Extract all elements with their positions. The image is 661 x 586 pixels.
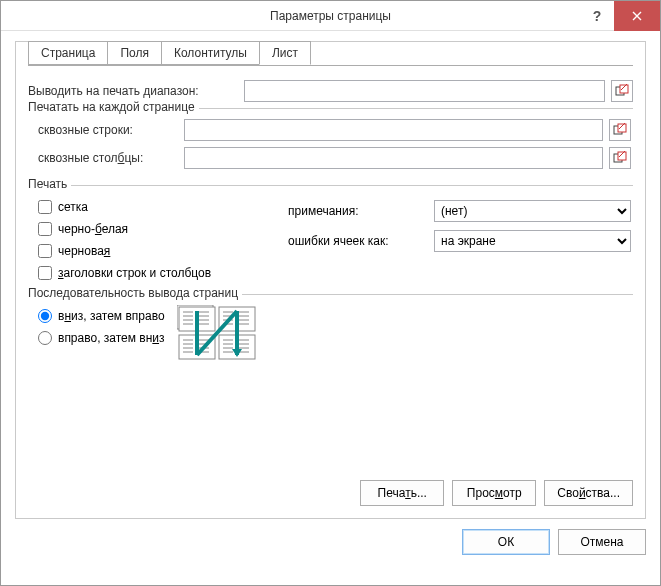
collapse-dialog-icon [613,123,627,137]
rowcol-check[interactable]: заголовки строк и столбцов [38,266,288,280]
options-button[interactable]: Свойства... [544,480,633,506]
comments-select[interactable]: (нет) [434,200,631,222]
repeat-group-legend: Печатать на каждой странице [28,100,199,114]
rowcol-checkbox[interactable] [38,266,52,280]
tab-panel-sheet: Выводить на печать диапазон: Печатать на… [28,65,633,367]
tab-headerfooter[interactable]: Колонтитулы [161,41,260,65]
rows-row: сквозные строки: [38,119,631,141]
svg-rect-1 [620,85,628,93]
gridlines-check[interactable]: сетка [38,200,288,214]
gridlines-checkbox[interactable] [38,200,52,214]
tab-margins[interactable]: Поля [107,41,162,65]
page-order-icon [177,305,259,363]
print-range-row: Выводить на печать диапазон: [28,80,633,102]
print-range-input[interactable] [244,80,605,102]
tab-sheet[interactable]: Лист [259,41,311,65]
errors-row: ошибки ячеек как: на экране [288,230,631,252]
print-group-legend: Печать [28,177,71,191]
dialog-window: Параметры страницы ? Страница Поля Колон… [0,0,661,586]
cols-collapse-button[interactable] [609,147,631,169]
inner-frame: Страница Поля Колонтитулы Лист Выводить … [15,41,646,519]
errors-label: ошибки ячеек как: [288,234,428,248]
print-group: Печать сетка черно-белая [28,185,633,288]
repeat-group: Печатать на каждой странице сквозные стр… [28,108,633,179]
order-group: Последовательность вывода страниц вниз, … [28,294,633,367]
preview-button[interactable]: Просмотр [452,480,536,506]
order-down-radio[interactable] [38,309,52,323]
gridlines-label: сетка [58,200,88,214]
titlebar: Параметры страницы ? [1,1,660,31]
help-button[interactable]: ? [580,1,614,31]
comments-row: примечания: (нет) [288,200,631,222]
errors-select[interactable]: на экране [434,230,631,252]
print-button[interactable]: Печать... [360,480,444,506]
ok-button[interactable]: ОК [462,529,550,555]
bw-checkbox[interactable] [38,222,52,236]
cols-label: сквозные столбцы: [38,151,178,165]
close-icon [632,11,642,21]
draft-check[interactable]: черновая [38,244,288,258]
footer-buttons: ОК Отмена [15,529,646,555]
print-range-collapse-button[interactable] [611,80,633,102]
cols-row: сквозные столбцы: [38,147,631,169]
print-range-label: Выводить на печать диапазон: [28,84,238,98]
collapse-dialog-icon [613,151,627,165]
cols-input[interactable] [184,147,603,169]
order-group-legend: Последовательность вывода страниц [28,286,242,300]
tabstrip: Страница Поля Колонтитулы Лист [28,41,633,65]
order-over-radio[interactable] [38,331,52,345]
draft-label: черновая [58,244,110,258]
tab-page[interactable]: Страница [28,41,108,65]
bw-label: черно-белая [58,222,128,236]
window-title: Параметры страницы [270,9,391,23]
client-area: Страница Поля Колонтитулы Лист Выводить … [1,31,660,569]
svg-rect-3 [618,124,626,132]
draft-checkbox[interactable] [38,244,52,258]
bw-check[interactable]: черно-белая [38,222,288,236]
rows-label: сквозные строки: [38,123,178,137]
rows-collapse-button[interactable] [609,119,631,141]
svg-rect-5 [618,152,626,160]
order-over-label: вправо, затем вниз [58,331,165,345]
order-down-radio-row[interactable]: вниз, затем вправо [38,309,165,323]
comments-label: примечания: [288,204,428,218]
collapse-dialog-icon [615,84,629,98]
rows-input[interactable] [184,119,603,141]
order-down-label: вниз, затем вправо [58,309,165,323]
cancel-button[interactable]: Отмена [558,529,646,555]
rowcol-label: заголовки строк и столбцов [58,266,211,280]
close-button[interactable] [614,1,660,31]
sheet-buttons: Печать... Просмотр Свойства... [360,480,633,506]
order-over-radio-row[interactable]: вправо, затем вниз [38,331,165,345]
window-controls: ? [580,1,660,31]
